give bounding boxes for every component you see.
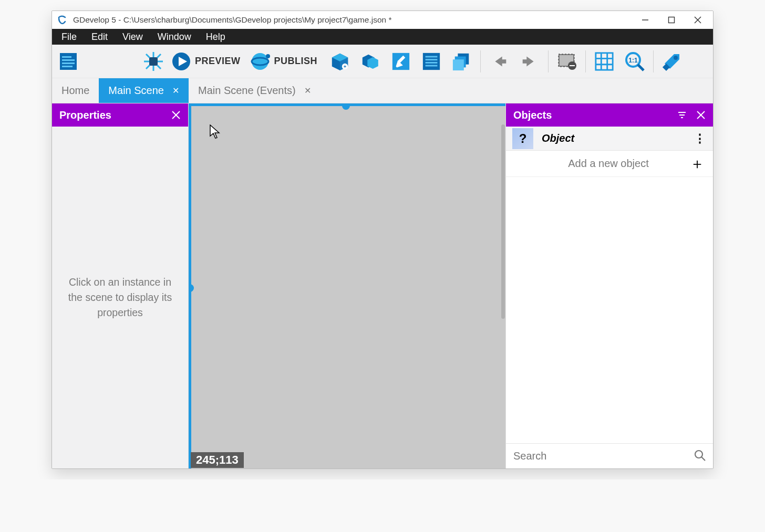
svg-rect-4	[60, 53, 77, 70]
close-icon[interactable]: ✕	[172, 86, 179, 96]
objects-search-row	[506, 443, 713, 468]
cursor-icon	[210, 124, 220, 138]
svg-rect-34	[426, 56, 438, 57]
properties-panel: Properties Click on an instance in the s…	[52, 103, 189, 468]
redo-button[interactable]	[515, 47, 544, 76]
objects-panel: Objects ? Object ⋮ Add a new object ＋	[505, 103, 713, 468]
svg-rect-40	[453, 59, 464, 70]
tab-label: Main Scene (Events)	[198, 85, 296, 97]
toolbar-separator	[548, 50, 549, 72]
properties-empty-text: Click on an instance in the scene to dis…	[52, 127, 188, 468]
svg-rect-33	[423, 53, 440, 69]
objects-panel-header: Objects	[506, 103, 713, 127]
objects-search-input[interactable]	[513, 450, 689, 462]
svg-rect-36	[426, 61, 438, 63]
publish-label[interactable]: PUBLISH	[274, 56, 318, 67]
window-title: GDevelop 5 - C:\Users\charburg\Documents…	[73, 15, 632, 25]
svg-text:1:1: 1:1	[628, 57, 638, 64]
settings-button[interactable]	[658, 47, 686, 76]
app-logo-icon	[57, 15, 68, 25]
menu-view[interactable]: View	[116, 30, 149, 44]
tab-main-scene-events[interactable]: Main Scene (Events) ✕	[189, 78, 321, 103]
window-minimize-button[interactable]	[632, 11, 658, 29]
list-button[interactable]	[417, 47, 446, 76]
svg-rect-1	[669, 17, 675, 23]
zoom-reset-button[interactable]: 1:1	[621, 47, 649, 76]
toolbar-separator	[585, 50, 586, 72]
preview-label[interactable]: PREVIEW	[195, 56, 241, 67]
svg-rect-9	[149, 57, 158, 66]
mask-button[interactable]	[553, 47, 581, 76]
svg-rect-5	[62, 56, 71, 58]
window-close-button[interactable]	[685, 11, 711, 29]
svg-line-17	[157, 65, 161, 69]
publish-button[interactable]	[249, 47, 272, 76]
titlebar: GDevelop 5 - C:\Users\charburg\Documents…	[52, 11, 713, 29]
svg-rect-7	[62, 62, 75, 64]
svg-rect-47	[570, 65, 575, 66]
undo-button[interactable]	[485, 47, 513, 76]
cube-multi-button[interactable]	[356, 47, 385, 76]
close-icon[interactable]	[171, 110, 181, 120]
object-name: Object	[542, 132, 686, 144]
scene-canvas[interactable]: 245;113	[189, 103, 505, 468]
menu-window[interactable]: Window	[151, 30, 198, 44]
menu-file[interactable]: File	[55, 30, 83, 44]
svg-rect-6	[62, 59, 75, 61]
close-icon[interactable]: ✕	[304, 86, 311, 96]
svg-line-16	[146, 65, 150, 69]
objects-empty-space	[506, 177, 713, 443]
debugger-button[interactable]	[139, 47, 168, 76]
svg-rect-8	[62, 66, 73, 67]
properties-panel-header: Properties	[52, 103, 188, 127]
cube-single-button[interactable]: +	[326, 47, 354, 76]
properties-title: Properties	[59, 109, 111, 121]
resize-handle-left[interactable]	[189, 284, 194, 292]
tab-label: Main Scene	[108, 85, 164, 97]
svg-text:+: +	[344, 64, 347, 69]
tab-row: Home Main Scene ✕ Main Scene (Events) ✕	[52, 78, 713, 103]
plus-icon: ＋	[690, 154, 705, 174]
svg-line-14	[146, 54, 150, 58]
objects-title: Objects	[513, 109, 552, 121]
window-maximize-button[interactable]	[658, 11, 685, 29]
app-window: GDevelop 5 - C:\Users\charburg\Documents…	[51, 11, 714, 469]
project-manager-button[interactable]	[54, 47, 82, 76]
add-object-button[interactable]: Add a new object ＋	[506, 151, 713, 177]
preview-button[interactable]	[170, 47, 193, 76]
layers-button[interactable]	[448, 47, 476, 76]
main-area: Properties Click on an instance in the s…	[52, 103, 713, 468]
tab-home[interactable]: Home	[52, 78, 99, 103]
tab-main-scene[interactable]: Main Scene ✕	[99, 78, 189, 103]
svg-rect-37	[426, 65, 438, 66]
edit-button[interactable]	[387, 47, 415, 76]
filter-icon[interactable]	[677, 110, 687, 120]
resize-handle-top[interactable]	[342, 103, 350, 110]
svg-line-15	[157, 54, 161, 58]
svg-line-66	[701, 457, 705, 461]
object-list-item[interactable]: ? Object ⋮	[506, 127, 713, 151]
close-icon[interactable]	[696, 110, 706, 120]
svg-point-22	[266, 54, 270, 58]
svg-rect-42	[523, 59, 528, 64]
svg-point-56	[674, 56, 678, 60]
svg-point-65	[695, 451, 702, 458]
tab-label: Home	[61, 85, 89, 97]
object-thumbnail-icon: ?	[512, 128, 533, 149]
toolbar-separator	[480, 50, 481, 72]
menu-help[interactable]: Help	[200, 30, 232, 44]
svg-rect-48	[596, 53, 613, 69]
menu-edit[interactable]: Edit	[85, 30, 114, 44]
toolbar-separator	[653, 50, 654, 72]
coordinate-readout: 245;113	[191, 452, 244, 468]
add-object-label: Add a new object	[514, 158, 681, 170]
toolbar: PREVIEW PUBLISH +	[52, 45, 713, 78]
menubar: File Edit View Window Help	[52, 29, 713, 45]
scrollbar[interactable]	[501, 124, 505, 319]
grid-button[interactable]	[590, 47, 618, 76]
svg-rect-35	[426, 59, 438, 60]
search-icon[interactable]	[694, 450, 706, 463]
kebab-menu-icon[interactable]: ⋮	[694, 132, 705, 145]
svg-rect-41	[501, 59, 506, 64]
svg-line-54	[638, 65, 644, 70]
